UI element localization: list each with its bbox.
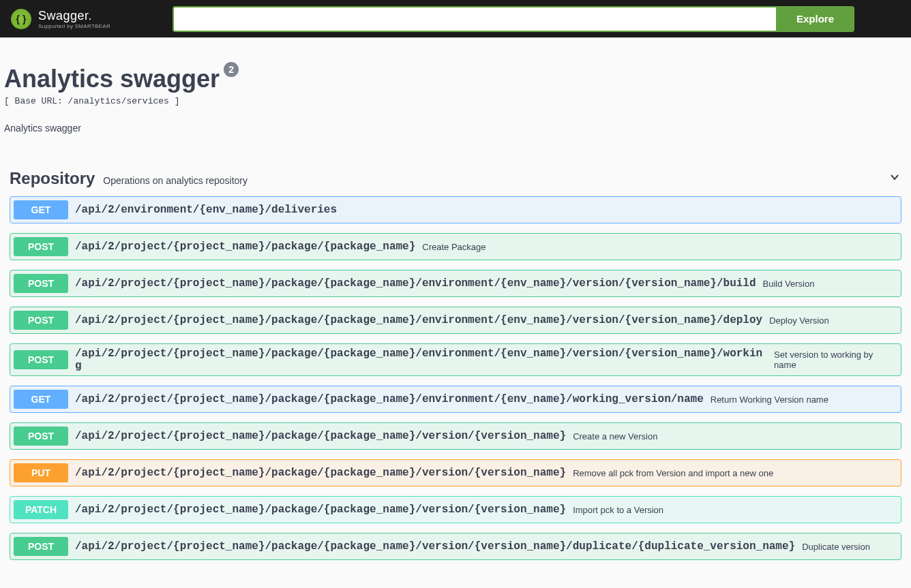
tag-section-repository: Repository Operations on analytics repos… xyxy=(4,165,907,560)
brand-name: Swagger. xyxy=(38,9,110,23)
operation-path: /api/2/project/{project_name}/package/{p… xyxy=(75,277,756,290)
method-badge: POST xyxy=(14,274,68,293)
operation-summary: Build Version xyxy=(763,279,815,289)
logo-text: Swagger. Supported by SMARTBEAR xyxy=(38,9,110,29)
operations-list: GET/api/2/environment/{env_name}/deliver… xyxy=(10,196,901,560)
operation-summary: Duplicate version xyxy=(802,542,870,552)
tag-name: Repository xyxy=(10,169,95,188)
operation-row[interactable]: POST/api/2/project/{project_name}/packag… xyxy=(10,533,901,560)
brand-sub: Supported by SMARTBEAR xyxy=(38,23,110,29)
api-version-badge: 2 xyxy=(224,62,239,77)
topbar: { } Swagger. Supported by SMARTBEAR Expl… xyxy=(0,0,911,37)
explore-button[interactable]: Explore xyxy=(777,6,854,32)
operation-summary: Create a new Version xyxy=(573,431,657,442)
operation-row[interactable]: POST/api/2/project/{project_name}/packag… xyxy=(10,270,901,297)
tag-header[interactable]: Repository Operations on analytics repos… xyxy=(10,165,901,196)
operation-summary: Deploy Version xyxy=(769,315,828,326)
api-title: Analytics swagger 2 xyxy=(4,65,907,93)
method-badge: GET xyxy=(14,390,68,409)
operation-path: /api/2/project/{project_name}/package/{p… xyxy=(75,430,566,442)
operation-path: /api/2/project/{project_name}/package/{p… xyxy=(75,467,566,479)
main-content: Analytics swagger 2 [ Base URL: /analyti… xyxy=(0,37,911,583)
chevron-down-icon xyxy=(888,170,901,184)
operation-summary: Remove all pck from Version and import a… xyxy=(573,468,773,478)
api-description: Analytics swagger xyxy=(4,123,907,134)
operation-row[interactable]: POST/api/2/project/{project_name}/packag… xyxy=(10,422,901,450)
operation-path: /api/2/project/{project_name}/package/{p… xyxy=(75,393,704,405)
method-badge: POST xyxy=(14,311,68,330)
method-badge: POST xyxy=(14,537,68,556)
operation-path: /api/2/project/{project_name}/package/{p… xyxy=(75,504,566,516)
operation-row[interactable]: GET/api/2/project/{project_name}/package… xyxy=(10,386,901,413)
spec-url-input[interactable] xyxy=(173,6,777,32)
method-badge: POST xyxy=(14,237,68,256)
operation-path: /api/2/environment/{env_name}/deliveries xyxy=(75,204,337,216)
operation-row[interactable]: PUT/api/2/project/{project_name}/package… xyxy=(10,459,901,486)
operation-row[interactable]: POST/api/2/project/{project_name}/packag… xyxy=(10,233,901,260)
search-form: Explore xyxy=(173,6,854,32)
operation-summary: Import pck to a Version xyxy=(573,505,663,515)
method-badge: PUT xyxy=(14,463,68,482)
operation-path: /api/2/project/{project_name}/package/{p… xyxy=(75,241,415,253)
operation-row[interactable]: POST/api/2/project/{project_name}/packag… xyxy=(10,343,901,376)
tag-description: Operations on analytics repository xyxy=(103,175,888,186)
api-title-text: Analytics swagger xyxy=(4,65,220,93)
operation-path: /api/2/project/{project_name}/package/{p… xyxy=(75,314,762,326)
operation-path: /api/2/project/{project_name}/package/{p… xyxy=(75,540,795,553)
swagger-icon: { } xyxy=(11,9,31,29)
operation-row[interactable]: GET/api/2/environment/{env_name}/deliver… xyxy=(10,196,901,223)
method-badge: GET xyxy=(14,200,68,219)
operation-summary: Set version to working by name xyxy=(774,350,897,370)
base-url: [ Base URL: /analytics/services ] xyxy=(4,96,907,106)
method-badge: PATCH xyxy=(14,500,68,519)
logo[interactable]: { } Swagger. Supported by SMARTBEAR xyxy=(11,9,110,29)
operation-row[interactable]: POST/api/2/project/{project_name}/packag… xyxy=(10,307,901,334)
operation-summary: Return Working Version name xyxy=(711,394,828,405)
method-badge: POST xyxy=(14,350,68,369)
operation-path: /api/2/project/{project_name}/package/{p… xyxy=(75,347,767,372)
operation-summary: Create Package xyxy=(422,242,486,252)
operation-row[interactable]: PATCH/api/2/project/{project_name}/packa… xyxy=(10,496,901,523)
method-badge: POST xyxy=(14,427,68,446)
